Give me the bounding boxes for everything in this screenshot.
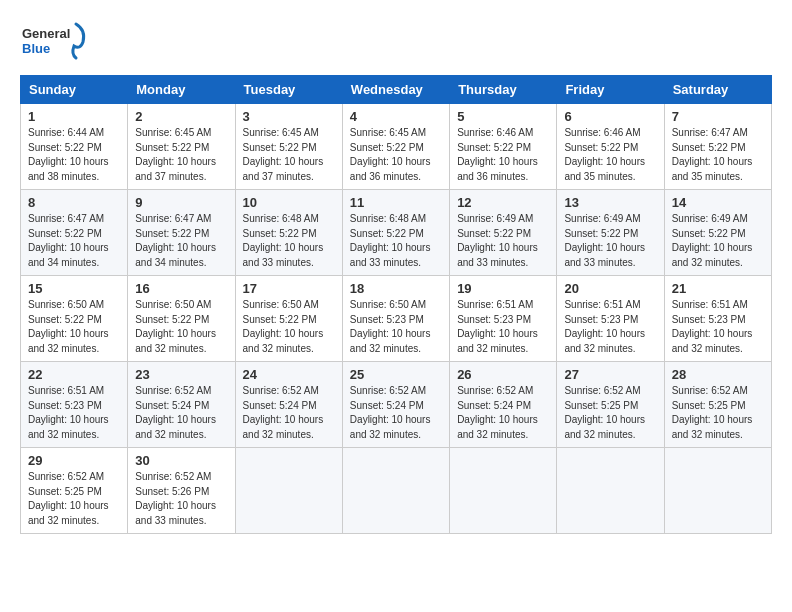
day-number: 6 — [564, 109, 656, 124]
calendar-cell: 29Sunrise: 6:52 AM Sunset: 5:25 PM Dayli… — [21, 448, 128, 534]
weekday-header-wednesday: Wednesday — [342, 76, 449, 104]
day-number: 7 — [672, 109, 764, 124]
day-number: 9 — [135, 195, 227, 210]
day-number: 10 — [243, 195, 335, 210]
day-number: 16 — [135, 281, 227, 296]
cell-text: Sunrise: 6:49 AM Sunset: 5:22 PM Dayligh… — [457, 212, 549, 270]
calendar-cell: 21Sunrise: 6:51 AM Sunset: 5:23 PM Dayli… — [664, 276, 771, 362]
cell-text: Sunrise: 6:51 AM Sunset: 5:23 PM Dayligh… — [672, 298, 764, 356]
cell-text: Sunrise: 6:44 AM Sunset: 5:22 PM Dayligh… — [28, 126, 120, 184]
calendar-cell: 5Sunrise: 6:46 AM Sunset: 5:22 PM Daylig… — [450, 104, 557, 190]
logo-svg: General Blue — [20, 20, 90, 65]
cell-text: Sunrise: 6:48 AM Sunset: 5:22 PM Dayligh… — [350, 212, 442, 270]
day-number: 27 — [564, 367, 656, 382]
cell-text: Sunrise: 6:52 AM Sunset: 5:26 PM Dayligh… — [135, 470, 227, 528]
day-number: 19 — [457, 281, 549, 296]
week-row-3: 15Sunrise: 6:50 AM Sunset: 5:22 PM Dayli… — [21, 276, 772, 362]
weekday-header-tuesday: Tuesday — [235, 76, 342, 104]
calendar-cell: 12Sunrise: 6:49 AM Sunset: 5:22 PM Dayli… — [450, 190, 557, 276]
day-number: 21 — [672, 281, 764, 296]
cell-text: Sunrise: 6:48 AM Sunset: 5:22 PM Dayligh… — [243, 212, 335, 270]
day-number: 1 — [28, 109, 120, 124]
day-number: 4 — [350, 109, 442, 124]
calendar-cell: 1Sunrise: 6:44 AM Sunset: 5:22 PM Daylig… — [21, 104, 128, 190]
cell-text: Sunrise: 6:52 AM Sunset: 5:25 PM Dayligh… — [28, 470, 120, 528]
week-row-2: 8Sunrise: 6:47 AM Sunset: 5:22 PM Daylig… — [21, 190, 772, 276]
cell-text: Sunrise: 6:52 AM Sunset: 5:24 PM Dayligh… — [457, 384, 549, 442]
calendar-cell: 7Sunrise: 6:47 AM Sunset: 5:22 PM Daylig… — [664, 104, 771, 190]
calendar-cell: 4Sunrise: 6:45 AM Sunset: 5:22 PM Daylig… — [342, 104, 449, 190]
svg-text:General: General — [22, 26, 70, 41]
cell-text: Sunrise: 6:47 AM Sunset: 5:22 PM Dayligh… — [135, 212, 227, 270]
cell-text: Sunrise: 6:51 AM Sunset: 5:23 PM Dayligh… — [457, 298, 549, 356]
weekday-header-monday: Monday — [128, 76, 235, 104]
day-number: 12 — [457, 195, 549, 210]
day-number: 25 — [350, 367, 442, 382]
cell-text: Sunrise: 6:46 AM Sunset: 5:22 PM Dayligh… — [564, 126, 656, 184]
calendar-cell: 11Sunrise: 6:48 AM Sunset: 5:22 PM Dayli… — [342, 190, 449, 276]
calendar-cell: 18Sunrise: 6:50 AM Sunset: 5:23 PM Dayli… — [342, 276, 449, 362]
day-number: 2 — [135, 109, 227, 124]
calendar-cell: 6Sunrise: 6:46 AM Sunset: 5:22 PM Daylig… — [557, 104, 664, 190]
cell-text: Sunrise: 6:52 AM Sunset: 5:24 PM Dayligh… — [350, 384, 442, 442]
calendar-cell — [557, 448, 664, 534]
day-number: 28 — [672, 367, 764, 382]
weekday-header-sunday: Sunday — [21, 76, 128, 104]
day-number: 29 — [28, 453, 120, 468]
cell-text: Sunrise: 6:51 AM Sunset: 5:23 PM Dayligh… — [564, 298, 656, 356]
cell-text: Sunrise: 6:50 AM Sunset: 5:22 PM Dayligh… — [135, 298, 227, 356]
weekday-header-row: SundayMondayTuesdayWednesdayThursdayFrid… — [21, 76, 772, 104]
day-number: 3 — [243, 109, 335, 124]
svg-text:Blue: Blue — [22, 41, 50, 56]
day-number: 24 — [243, 367, 335, 382]
cell-text: Sunrise: 6:51 AM Sunset: 5:23 PM Dayligh… — [28, 384, 120, 442]
week-row-5: 29Sunrise: 6:52 AM Sunset: 5:25 PM Dayli… — [21, 448, 772, 534]
day-number: 15 — [28, 281, 120, 296]
calendar-cell: 27Sunrise: 6:52 AM Sunset: 5:25 PM Dayli… — [557, 362, 664, 448]
cell-text: Sunrise: 6:52 AM Sunset: 5:25 PM Dayligh… — [564, 384, 656, 442]
calendar-cell: 2Sunrise: 6:45 AM Sunset: 5:22 PM Daylig… — [128, 104, 235, 190]
day-number: 23 — [135, 367, 227, 382]
day-number: 17 — [243, 281, 335, 296]
cell-text: Sunrise: 6:45 AM Sunset: 5:22 PM Dayligh… — [243, 126, 335, 184]
calendar-cell: 15Sunrise: 6:50 AM Sunset: 5:22 PM Dayli… — [21, 276, 128, 362]
calendar-cell: 23Sunrise: 6:52 AM Sunset: 5:24 PM Dayli… — [128, 362, 235, 448]
cell-text: Sunrise: 6:52 AM Sunset: 5:24 PM Dayligh… — [243, 384, 335, 442]
cell-text: Sunrise: 6:45 AM Sunset: 5:22 PM Dayligh… — [350, 126, 442, 184]
header: General Blue — [20, 20, 772, 65]
cell-text: Sunrise: 6:45 AM Sunset: 5:22 PM Dayligh… — [135, 126, 227, 184]
cell-text: Sunrise: 6:50 AM Sunset: 5:23 PM Dayligh… — [350, 298, 442, 356]
day-number: 18 — [350, 281, 442, 296]
cell-text: Sunrise: 6:49 AM Sunset: 5:22 PM Dayligh… — [672, 212, 764, 270]
calendar-cell: 22Sunrise: 6:51 AM Sunset: 5:23 PM Dayli… — [21, 362, 128, 448]
cell-text: Sunrise: 6:49 AM Sunset: 5:22 PM Dayligh… — [564, 212, 656, 270]
cell-text: Sunrise: 6:52 AM Sunset: 5:25 PM Dayligh… — [672, 384, 764, 442]
calendar-cell: 3Sunrise: 6:45 AM Sunset: 5:22 PM Daylig… — [235, 104, 342, 190]
cell-text: Sunrise: 6:46 AM Sunset: 5:22 PM Dayligh… — [457, 126, 549, 184]
day-number: 22 — [28, 367, 120, 382]
calendar-cell: 17Sunrise: 6:50 AM Sunset: 5:22 PM Dayli… — [235, 276, 342, 362]
calendar-cell — [342, 448, 449, 534]
cell-text: Sunrise: 6:50 AM Sunset: 5:22 PM Dayligh… — [28, 298, 120, 356]
calendar-cell: 25Sunrise: 6:52 AM Sunset: 5:24 PM Dayli… — [342, 362, 449, 448]
day-number: 20 — [564, 281, 656, 296]
calendar-cell: 8Sunrise: 6:47 AM Sunset: 5:22 PM Daylig… — [21, 190, 128, 276]
week-row-1: 1Sunrise: 6:44 AM Sunset: 5:22 PM Daylig… — [21, 104, 772, 190]
calendar-cell: 20Sunrise: 6:51 AM Sunset: 5:23 PM Dayli… — [557, 276, 664, 362]
calendar-cell: 30Sunrise: 6:52 AM Sunset: 5:26 PM Dayli… — [128, 448, 235, 534]
calendar-cell: 16Sunrise: 6:50 AM Sunset: 5:22 PM Dayli… — [128, 276, 235, 362]
day-number: 14 — [672, 195, 764, 210]
day-number: 13 — [564, 195, 656, 210]
logo: General Blue — [20, 20, 90, 65]
day-number: 26 — [457, 367, 549, 382]
calendar-cell: 28Sunrise: 6:52 AM Sunset: 5:25 PM Dayli… — [664, 362, 771, 448]
calendar-cell: 9Sunrise: 6:47 AM Sunset: 5:22 PM Daylig… — [128, 190, 235, 276]
day-number: 30 — [135, 453, 227, 468]
weekday-header-thursday: Thursday — [450, 76, 557, 104]
day-number: 5 — [457, 109, 549, 124]
calendar-cell: 13Sunrise: 6:49 AM Sunset: 5:22 PM Dayli… — [557, 190, 664, 276]
cell-text: Sunrise: 6:47 AM Sunset: 5:22 PM Dayligh… — [672, 126, 764, 184]
cell-text: Sunrise: 6:52 AM Sunset: 5:24 PM Dayligh… — [135, 384, 227, 442]
cell-text: Sunrise: 6:47 AM Sunset: 5:22 PM Dayligh… — [28, 212, 120, 270]
calendar-cell: 14Sunrise: 6:49 AM Sunset: 5:22 PM Dayli… — [664, 190, 771, 276]
